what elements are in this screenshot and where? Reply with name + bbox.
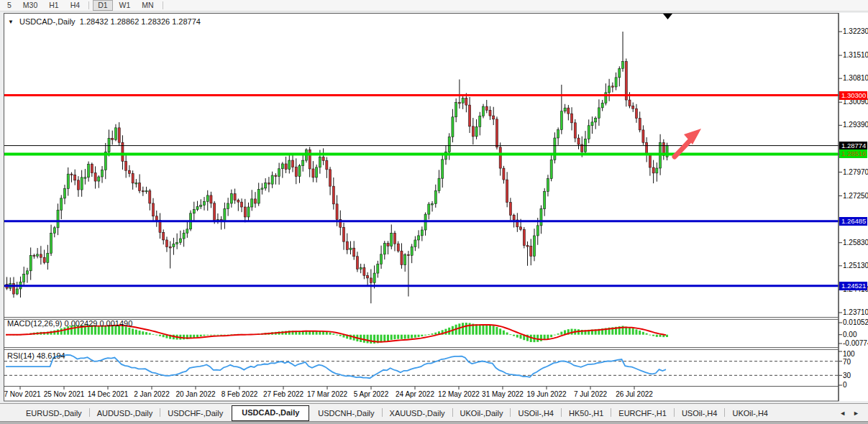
status-strip [0,421,868,424]
toolbar-separator [163,1,163,9]
timeframe-button-h4[interactable]: H4 [65,0,85,11]
tab-audusd-daily[interactable]: AUDUSD-,Daily [90,406,160,421]
macd-axis-label: 0.00 [843,331,856,338]
price-axis-label: 1.31510 [843,51,868,59]
date-axis-label: 2 Jan 2022 [129,390,174,398]
price-axis-label: 1.27250 [843,192,868,200]
tab-scroll-nav: ◄► [835,410,868,421]
date-axis-label: 19 Jun 2022 [524,390,569,398]
price-line-badge: 1.28774 [839,142,867,150]
date-axis-label: 24 Apr 2022 [393,390,437,398]
rsi-axis-label: 70 [843,358,851,366]
toolbar-separator [88,1,89,9]
date-axis-label: 31 May 2022 [480,390,525,398]
date-axis-label: 12 May 2022 [437,390,481,398]
rsi-indicator-label: RSI(14) 48.6194 [7,351,65,360]
chart-symbol: USDCAD-,Daily [19,17,76,26]
date-axis-label: 8 Feb 2022 [217,390,262,398]
chart-ohlc-values: 1.28432 1.28862 1.28326 1.28774 [80,17,201,26]
date-axis-label: 5 Apr 2022 [349,390,393,398]
tab-usdcnh-daily[interactable]: USDCNH-,Daily [311,406,381,421]
tab-eurchf-h1[interactable]: EURCHF-,H1 [611,406,674,421]
chart-title: ▼ USDCAD-,Daily 1.28432 1.28862 1.28326 … [8,17,201,26]
rsi-axis-label: 0 [843,381,847,389]
timeframe-button-mn[interactable]: MN [137,0,158,11]
timeframe-button-m30[interactable]: M30 [18,0,42,11]
price-axis-label: 1.25830 [843,239,868,246]
tab-scroll-left-icon[interactable]: ◄ [839,410,846,417]
tab-usoil-h4[interactable]: USOil-,H4 [675,406,725,421]
rsi-axis-label: 100 [843,350,855,358]
timeframe-button-5[interactable]: 5 [2,0,17,11]
price-line-badge: 1.26485 [839,217,867,226]
price-line-badge: 1.30300 [839,91,867,100]
price-axis-label: 1.27970 [843,168,868,176]
tab-ukoil-h4[interactable]: UKOil-,H4 [725,406,775,421]
chevron-down-icon: ▼ [8,19,14,25]
date-axis-label: 20 Jan 2022 [173,390,218,398]
date-axis-label: 17 Mar 2022 [305,390,350,398]
price-line-badge: 1.28516 [839,149,867,158]
price-axis-label: 1.30810 [843,74,868,82]
macd-axis-label: -0.00774 [843,339,868,347]
price-axis-label: 1.29390 [843,121,868,129]
timeframe-toolbar: 5M30H1H4D1W1MN [0,0,868,11]
macd-indicator-label: MACD(12,26,9) 0.002429 0.001490 [7,319,132,328]
date-axis-label: 26 Jul 2022 [612,390,657,398]
date-axis-label: 25 Nov 2021 [42,390,86,398]
tab-hk50-h1[interactable]: HK50-,H1 [562,406,611,421]
tab-usoil-h4[interactable]: USOil-,H4 [511,406,561,421]
chart-canvas[interactable] [0,0,868,424]
tab-ukoil-daily[interactable]: UKOil-,Daily [453,406,511,421]
tab-eurusd-daily[interactable]: EURUSD-,Daily [19,406,89,421]
price-axis-label: 1.25130 [843,262,868,269]
timeframe-button-w1[interactable]: W1 [114,0,136,11]
macd-axis-label: 0.01052 [843,318,868,326]
date-axis-label: 7 Jul 2022 [568,390,613,398]
timeframe-button-h1[interactable]: H1 [44,0,63,11]
tab-usdcad-daily[interactable]: USDCAD-,Daily [232,405,309,421]
price-axis-label: 1.32230 [843,27,868,35]
price-axis-label: 1.23710 [843,308,868,316]
symbol-tab-bar: EURUSD-,DailyAUDUSD-,DailyUSDCHF-,DailyU… [0,403,868,421]
tab-scroll-right-icon[interactable]: ► [853,410,859,417]
tab-xauusd-daily[interactable]: XAUUSD-,Daily [383,406,452,421]
date-axis-label: 27 Feb 2022 [261,390,306,398]
date-axis-label: 7 Nov 2021 [0,390,45,398]
date-axis-label: 14 Dec 2021 [86,390,130,398]
tab-usdchf-daily[interactable]: USDCHF-,Daily [160,406,230,421]
timeframe-button-d1[interactable]: D1 [93,0,112,11]
price-line-badge: 1.24521 [839,282,867,290]
rsi-axis-label: 30 [843,372,851,379]
